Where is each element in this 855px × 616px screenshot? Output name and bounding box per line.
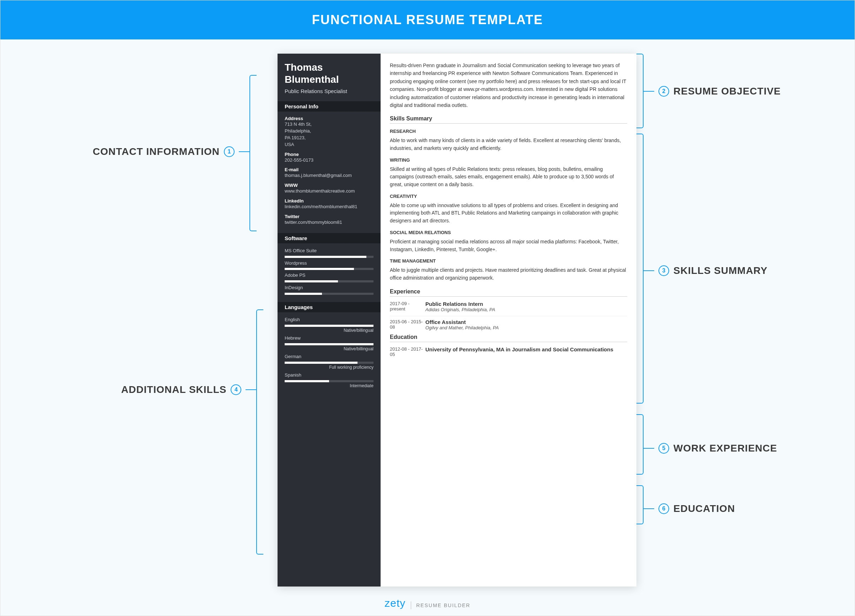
info-phone-value: 202-555-0173 [285, 157, 374, 164]
callout-bracket [636, 134, 644, 404]
experience-date: 2015-06 - 2015-08 [390, 319, 425, 330]
skill-bar-track [285, 362, 374, 364]
skill-bar-track [285, 256, 374, 258]
callout-stem [644, 508, 654, 509]
language-level: Native/billingual [285, 346, 374, 352]
skill-block: SOCIAL MEDIA RELATIONS Proficient at man… [390, 230, 627, 253]
callout-skills-summary: 3 SKILLS SUMMARY [644, 265, 768, 277]
job-title: Public Relations Specialist [285, 88, 374, 94]
skill-bar-fill [285, 268, 354, 270]
info-phone-label: Phone [285, 152, 374, 157]
callout-stem [644, 271, 654, 271]
language-level: Native/billingual [285, 328, 374, 333]
software-list: MS Office Suite Wordpress Adobe PS InDes… [285, 248, 374, 295]
body-area: CONTACT INFORMATION 1 ADDITIONAL SKILLS … [0, 40, 855, 616]
software-name: Wordpress [285, 260, 374, 267]
callout-stem [245, 389, 256, 390]
language-skill: Hebrew Native/billingual [285, 335, 374, 352]
skill-text: Able to work with many kinds of clients … [390, 137, 627, 152]
info-address-label: Address [285, 116, 374, 121]
callout-contact: CONTACT INFORMATION 1 [93, 146, 250, 157]
callout-objective: 2 RESUME OBJECTIVE [644, 86, 781, 97]
experience-title: Office Assistant [425, 319, 499, 325]
education-title: University of Pennsylvania, MA in Journa… [425, 346, 613, 352]
skill-category: SOCIAL MEDIA RELATIONS [390, 230, 627, 235]
experience-org: Adidas Originals, Philadelphia, PA [425, 307, 495, 312]
education-date: 2012-08 - 2017-05 [390, 346, 425, 357]
language-name: Spanish [285, 372, 374, 379]
callout-education: 6 EDUCATION [644, 503, 735, 514]
footer-logo: zety [385, 597, 406, 609]
software-name: Adobe PS [285, 272, 374, 279]
skill-bar-track [285, 293, 374, 295]
footer: zety RESUME BUILDER [0, 597, 855, 609]
skill-bar-fill [285, 343, 374, 345]
callout-stem [644, 91, 654, 92]
software-skill: Wordpress [285, 260, 374, 271]
info-email-label: E-mail [285, 167, 374, 172]
language-skill: German Full working proficiency [285, 353, 374, 370]
software-skill: Adobe PS [285, 272, 374, 283]
callout-bracket [250, 75, 257, 231]
callout-num: 5 [659, 443, 669, 454]
callout-stem [644, 448, 654, 449]
callout-num: 1 [224, 146, 234, 157]
experience-org: Ogilvy and Mather, Philadelphia, PA [425, 325, 499, 330]
skills-list: RESEARCH Able to work with many kinds of… [390, 128, 627, 282]
skill-bar-fill [285, 280, 338, 283]
callout-num: 6 [659, 503, 669, 514]
callout-num: 2 [659, 86, 669, 96]
skill-block: WRITING Skilled at writing all types of … [390, 157, 627, 189]
language-name: Hebrew [285, 335, 374, 342]
skill-bar-track [285, 280, 374, 283]
callout-num: 4 [231, 384, 241, 395]
resume-content: Results-driven Penn graduate in Journali… [381, 53, 636, 587]
skill-text: Able to juggle multiple clients and proj… [390, 266, 627, 282]
info-linkedin-label: LinkedIn [285, 198, 374, 203]
callout-bracket [636, 53, 644, 128]
skill-category: WRITING [390, 157, 627, 163]
software-name: MS Office Suite [285, 248, 374, 254]
section-head-experience: Experience [390, 289, 627, 297]
skill-bar-fill [285, 380, 329, 382]
skill-bar-track [285, 268, 374, 270]
experience-body: Public Relations Intern Adidas Originals… [425, 301, 495, 312]
callout-label: CONTACT INFORMATION [93, 146, 220, 157]
language-skill: Spanish Intermediate [285, 372, 374, 388]
callout-label: RESUME OBJECTIVE [673, 86, 781, 97]
skill-bar-fill [285, 325, 374, 327]
education-list: 2012-08 - 2017-05 University of Pennsylv… [390, 346, 627, 357]
skill-bar-track [285, 343, 374, 345]
experience-date: 2017-09 - present [390, 301, 425, 312]
callout-label: WORK EXPERIENCE [673, 443, 777, 454]
language-list: English Native/billingualHebrew Native/b… [285, 316, 374, 388]
skill-bar-fill [285, 362, 357, 364]
skill-bar-track [285, 325, 374, 327]
sidebar-head-software: Software [277, 233, 381, 243]
info-twitter-value: twitter.com/thommybloom81 [285, 219, 374, 226]
sidebar-head-personal: Personal Info [277, 101, 381, 112]
software-skill: MS Office Suite [285, 248, 374, 258]
skill-category: TIME MANAGEMENT [390, 258, 627, 264]
callout-label: SKILLS SUMMARY [673, 265, 768, 277]
info-linkedin-value: linkedin.com/me/thomblumenthal81 [285, 203, 374, 210]
info-address-value: 713 N 4th St, Philadelphia, PA 19123, US… [285, 121, 374, 148]
callout-label: ADDITIONAL SKILLS [121, 384, 226, 395]
skill-block: CREATIVITY Able to come up with innovati… [390, 194, 627, 225]
education-row: 2012-08 - 2017-05 University of Pennsylv… [390, 346, 627, 357]
skill-text: Skilled at writing all types of Public R… [390, 165, 627, 189]
section-head-education: Education [390, 334, 627, 342]
skill-block: TIME MANAGEMENT Able to juggle multiple … [390, 258, 627, 282]
language-level: Intermediate [285, 383, 374, 388]
resume-sidebar: Thomas Blumenthal Public Relations Speci… [277, 53, 381, 587]
skill-bar-track [285, 380, 374, 382]
callout-num: 3 [659, 265, 669, 276]
info-email-value: thomas.j.blumenthal@gmail.com [285, 172, 374, 179]
info-twitter-label: Twitter [285, 214, 374, 219]
skill-text: Proficient at managing social media rela… [390, 238, 627, 253]
banner: FUNCTIONAL RESUME TEMPLATE [0, 0, 855, 40]
callout-work-experience: 5 WORK EXPERIENCE [644, 443, 777, 454]
callout-additional-skills: ADDITIONAL SKILLS 4 [121, 384, 256, 395]
callout-bracket [636, 414, 644, 475]
experience-title: Public Relations Intern [425, 301, 495, 307]
